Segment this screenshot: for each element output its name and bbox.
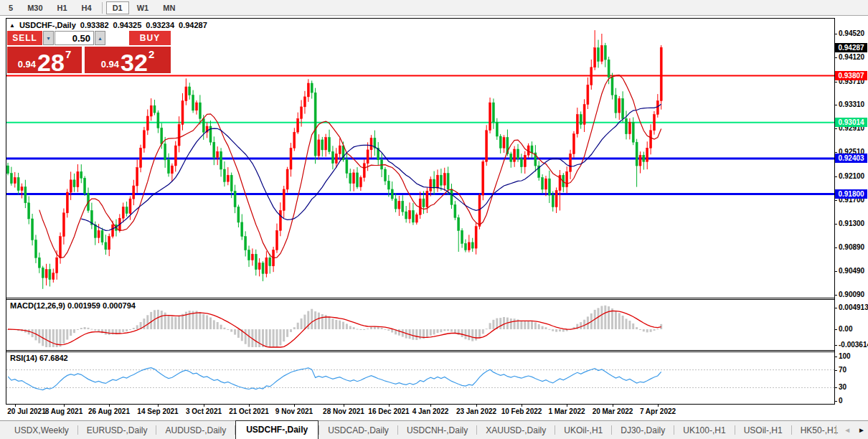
price-axis-tick	[834, 247, 837, 248]
date-axis-tick	[204, 404, 204, 407]
price-badge: 0.91800	[835, 189, 867, 199]
period-button-m30[interactable]: M30	[21, 1, 49, 14]
tab-usdx[interactable]: USDX,Weekly	[6, 423, 77, 439]
rsi-value: 67.6842	[39, 354, 68, 362]
macd-axis-label: -0.003614	[839, 341, 868, 349]
rsi-canvas[interactable]	[6, 352, 834, 403]
tab-audusd[interactable]: AUDUSD-,Daily	[156, 423, 235, 439]
date-axis-tick	[613, 404, 613, 407]
macd-axis-tick	[834, 345, 837, 346]
ohlc-low: 0.93234	[146, 21, 174, 29]
tab-uk100[interactable]: UK100-,H1	[674, 423, 734, 439]
date-axis-label: 14 Sep 2021	[132, 407, 184, 415]
date-axis-label: 1 Mar 2022	[541, 407, 593, 415]
price-axis-label: 0.92100	[839, 172, 864, 180]
ohlc-high: 0.94325	[113, 21, 142, 29]
price-badge: 0.92403	[835, 154, 867, 163]
price-axis-tick	[834, 152, 837, 153]
date-axis-label: 26 Aug 2021	[83, 407, 135, 415]
macd-axis-tick	[834, 329, 837, 330]
one-click-trade-panel: SELL ▼ ▲ BUY 0.94 28 7 0.94 32 2	[7, 31, 171, 73]
buy-price-big: 32	[121, 52, 148, 73]
tab-dj30[interactable]: DJ30-,Daily	[612, 423, 674, 439]
date-axis-tick	[476, 404, 477, 407]
tab-eurusd[interactable]: EURUSD-,Daily	[78, 423, 156, 439]
price-badge: 0.93807	[835, 71, 867, 80]
rsi-axis-tick	[834, 357, 837, 357]
date-axis-label: 28 Nov 2021	[318, 407, 369, 415]
price-axis-label: 0.90090	[839, 291, 864, 298]
macd-axis-tick	[834, 308, 837, 308]
price-axis-tick	[834, 200, 837, 201]
trading-platform-window: 5M30H1H4D1W1MN ▲ USDCHF-,Daily 0.93382 0…	[0, 0, 868, 439]
price-axis-tick	[834, 34, 837, 34]
date-axis-label: 23 Jan 2022	[450, 407, 502, 415]
ohlc-open: 0.93382	[80, 21, 109, 29]
date-axis-tick	[109, 404, 110, 407]
date-axis-label: 20 Mar 2022	[587, 407, 638, 415]
triangle-down-icon: ▼	[46, 36, 51, 41]
period-button-mn[interactable]: MN	[156, 1, 181, 14]
price-axis-tick	[834, 105, 837, 105]
price-badge: 0.94287	[835, 43, 867, 52]
date-axis-tick	[430, 404, 431, 407]
tab-usoil[interactable]: USOil-,H1	[735, 423, 791, 439]
price-axis-tick	[834, 57, 837, 58]
tab-scroll-left-icon[interactable]: ◄	[844, 426, 851, 434]
sell-button[interactable]: SELL	[7, 31, 42, 45]
period-button-h1[interactable]: H1	[51, 1, 74, 14]
date-axis-tick	[344, 404, 344, 407]
tab-ukoil[interactable]: UKOil-,H1	[555, 423, 611, 439]
date-axis-tick	[64, 404, 65, 407]
macd-main-value: 0.001959	[67, 301, 100, 310]
price-axis-tick	[834, 295, 837, 296]
buy-price-button[interactable]: 0.94 32 2	[85, 47, 171, 73]
collapse-triangle-icon[interactable]: ▲	[9, 22, 15, 29]
price-badge: 0.93014	[835, 118, 867, 127]
timeframe-toolbar: 5M30H1H4D1W1MN	[0, 0, 868, 16]
date-axis-label: 9 Nov 2021	[268, 407, 320, 415]
period-button-d1[interactable]: D1	[106, 1, 129, 14]
symbol-tab-bar: USDX,WeeklyEURUSD-,DailyAUDUSD-,DailyUSD…	[0, 420, 868, 439]
toolbar-separator	[102, 2, 103, 14]
rsi-axis-label: 100	[839, 352, 851, 360]
tab-usdcad[interactable]: USDCAD-,Daily	[319, 423, 397, 439]
price-axis-tick	[834, 82, 837, 82]
price-axis-tick	[834, 176, 837, 177]
triangle-up-icon: ▲	[98, 36, 103, 41]
volume-decrease-button[interactable]: ▼	[43, 31, 54, 45]
date-axis-tick	[658, 404, 659, 407]
macd-axis-label: 0.004913	[839, 303, 868, 311]
period-button-h4[interactable]: H4	[75, 1, 98, 14]
buy-button[interactable]: BUY	[129, 31, 171, 45]
date-axis-line	[6, 404, 835, 405]
macd-signal-value: 0.000794	[103, 301, 136, 310]
volume-increase-button[interactable]: ▲	[95, 31, 105, 45]
price-axis-tick	[834, 128, 837, 129]
date-axis-tick	[15, 404, 16, 407]
date-axis-label: 8 Aug 2021	[38, 407, 90, 415]
price-axis-tick	[834, 271, 837, 272]
period-button-w1[interactable]: W1	[131, 1, 156, 14]
buy-price-sup: 2	[148, 48, 154, 60]
price-axis-label: 0.90490	[839, 267, 864, 275]
tab-scroll-right-icon[interactable]: ►	[858, 426, 865, 434]
date-axis-tick	[294, 404, 295, 407]
symbol-period-label: USDCHF-,Daily	[19, 21, 76, 29]
tab-xauusd[interactable]: XAUUSD-,Daily	[477, 423, 555, 439]
tab-usdchf[interactable]: USDCHF-,Daily	[235, 420, 319, 439]
macd-label: MACD(12,26,9) 0.001959 0.000794	[10, 301, 136, 310]
rsi-axis-tick	[834, 370, 837, 371]
period-button-5[interactable]: 5	[2, 1, 19, 14]
price-axis-label: 0.94520	[839, 29, 864, 37]
rsi-label: RSI(14) 67.6842	[10, 354, 68, 362]
price-axis-label: 0.91300	[839, 220, 864, 227]
tab-usdcnh[interactable]: USDCNH-,Daily	[398, 423, 476, 439]
chart-title: ▲ USDCHF-,Daily 0.93382 0.94325 0.93234 …	[9, 21, 207, 29]
tab-separator	[836, 425, 836, 435]
sell-price-button[interactable]: 0.94 28 7	[7, 47, 82, 73]
date-axis-label: 10 Feb 2022	[496, 407, 547, 415]
price-axis-tick	[834, 224, 837, 225]
sell-price-sup: 7	[65, 48, 71, 60]
volume-input[interactable]	[55, 31, 94, 45]
